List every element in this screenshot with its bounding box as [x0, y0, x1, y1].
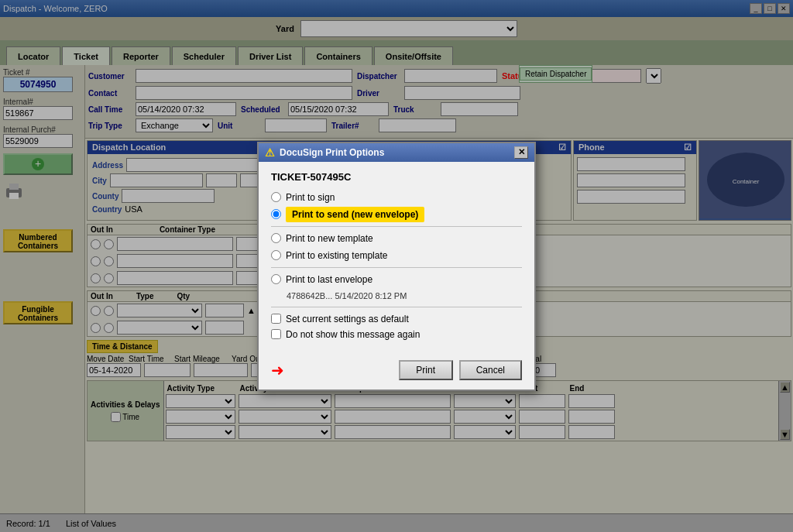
cancel-button[interactable]: Cancel [459, 360, 522, 380]
set-default-checkbox[interactable] [271, 314, 281, 324]
print-to-sign-radio[interactable] [271, 192, 281, 202]
print-to-send-label: Print to send (new envelope) [286, 209, 424, 220]
separator-2 [271, 267, 522, 268]
print-to-existing-template-radio[interactable] [271, 250, 281, 260]
print-to-existing-template-option[interactable]: Print to existing template [271, 250, 522, 261]
modal-ticket-id: TICKET-507495C [271, 171, 522, 183]
print-to-last-envelope-radio[interactable] [271, 274, 281, 284]
no-show-option[interactable]: Do not show this message again [271, 329, 522, 340]
separator-1 [271, 226, 522, 227]
print-to-existing-template-label: Print to existing template [286, 250, 387, 261]
modal-footer: ➜ Print Cancel [259, 354, 534, 390]
print-to-sign-option[interactable]: Print to sign [271, 192, 522, 203]
set-default-option[interactable]: Set current settings as default [271, 314, 522, 324]
print-arrow-indicator: ➜ [271, 361, 284, 379]
print-to-new-template-option[interactable]: Print to new template [271, 233, 522, 244]
modal-body: TICKET-507495C Print to sign Print to se… [259, 162, 534, 354]
no-show-label: Do not show this message again [286, 329, 420, 340]
print-to-new-template-label: Print to new template [286, 233, 373, 244]
set-default-label: Set current settings as default [286, 314, 409, 324]
modal-title-bar: ⚠ DocuSign Print Options ✕ [259, 143, 534, 162]
print-to-send-radio[interactable] [271, 209, 281, 219]
print-to-last-envelope-label: Print to last envelope [286, 274, 372, 285]
envelope-info: 4788642B... 5/14/2020 8:12 PM [287, 291, 522, 300]
modal-close-button[interactable]: ✕ [514, 146, 528, 159]
modal-overlay: ⚠ DocuSign Print Options ✕ TICKET-507495… [0, 0, 793, 532]
print-to-last-envelope-option[interactable]: Print to last envelope [271, 274, 522, 285]
print-to-sign-label: Print to sign [286, 192, 335, 203]
docusign-modal: ⚠ DocuSign Print Options ✕ TICKET-507495… [257, 142, 536, 391]
print-to-send-selected-label: Print to send (new envelope) [286, 207, 424, 222]
separator-3 [271, 307, 522, 307]
print-to-new-template-radio[interactable] [271, 233, 281, 243]
modal-warning-icon: ⚠ [265, 146, 275, 159]
modal-title-content: ⚠ DocuSign Print Options [265, 146, 384, 159]
no-show-checkbox[interactable] [271, 329, 281, 339]
print-button[interactable]: Print [399, 360, 453, 380]
print-to-send-option[interactable]: Print to send (new envelope) [271, 209, 522, 220]
modal-title: DocuSign Print Options [280, 147, 384, 158]
